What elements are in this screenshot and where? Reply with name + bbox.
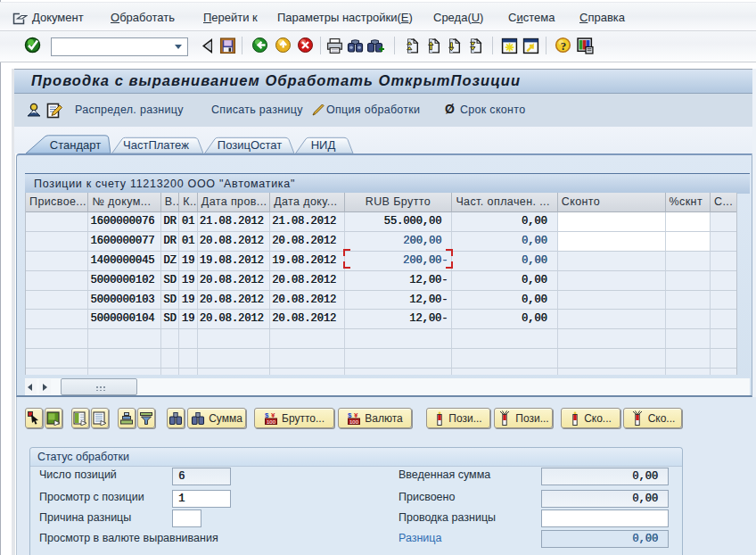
svg-text:100: 100: [267, 418, 276, 424]
svg-text:100: 100: [349, 418, 359, 424]
svg-text:?: ?: [561, 39, 567, 53]
svg-text:НИД: НИД: [311, 138, 336, 152]
svg-text:ЧастПлатеж: ЧастПлатеж: [123, 138, 189, 152]
svg-text:ПозицОстат: ПозицОстат: [218, 138, 282, 152]
svg-text:Стандарт: Стандарт: [50, 138, 101, 152]
